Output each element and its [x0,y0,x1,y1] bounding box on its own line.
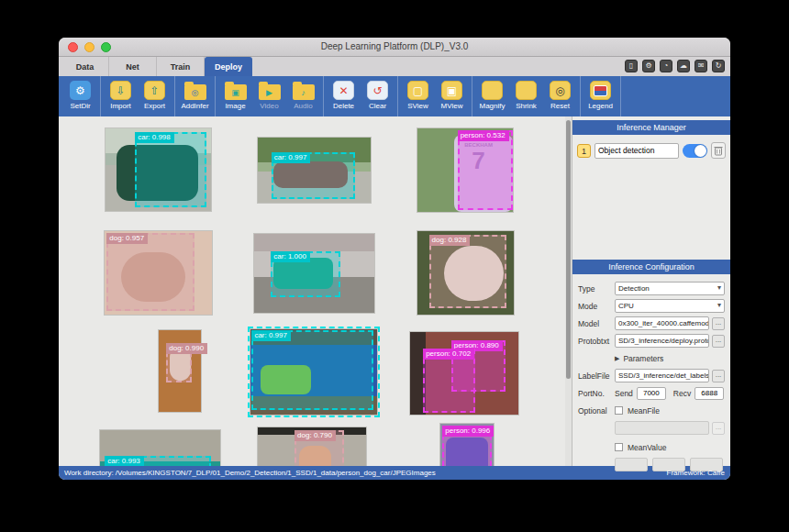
toolbar-label: Import [110,102,131,110]
tab-data[interactable]: Data [61,57,109,76]
meanvalue-row: MeanValue [615,440,725,454]
browse-model-button[interactable]: ... [712,317,725,330]
gallery-cell[interactable]: person: 0.996 [439,423,495,466]
tab-train[interactable]: Train [157,57,205,76]
toolbar-mview-button[interactable]: ▣MView [435,76,469,116]
toolbar-group: ⚙SetDir [61,76,101,116]
toolbar-reset-button[interactable]: ◎Reset [543,76,577,116]
gallery-cell[interactable]: car: 0.997 [250,328,378,416]
toolbar-image-button[interactable]: ▣Image [218,76,252,116]
gallery-cell[interactable]: car: 1.000 [253,233,375,314]
toolbar-export-button[interactable]: ⇧Export [138,76,172,116]
model-value: 0x300_iter_40000.caffemodel [618,319,709,327]
gallery-cell[interactable]: dog: 0.990 [158,329,202,413]
detection-label: person: 0.702 [423,349,474,360]
gallery-cell[interactable]: car: 0.997 [257,137,372,204]
detection-box: car: 0.997 [251,330,372,410]
meanfile-label: MeanFile [628,406,660,416]
model-label: Model [578,319,615,328]
delete-inference-button[interactable] [711,142,726,159]
toolbar-sview-button[interactable]: ▢SView [401,76,435,116]
inference-name-input[interactable] [595,143,679,159]
mode-select[interactable]: CPU ▾ [615,299,725,313]
gallery-cell[interactable]: dog: 0.928 [417,230,515,316]
toolbar-label: Clear [369,102,386,110]
app-window: Deep Learning Platform (DLP)_V3.0 DataNe… [59,38,730,480]
browse-protobtxt-button[interactable]: ... [712,335,725,348]
compass-icon[interactable]: ◔ [660,60,672,72]
titlebar-icon-strip: ▯⚙◔☁✉↻ [625,60,725,72]
toolbar-setdir-button[interactable]: ⚙SetDir [63,76,97,116]
recv-port-input[interactable] [695,387,724,400]
toolbar-label: MView [441,102,463,110]
toolbar-label: AddInfer [181,102,208,110]
model-input[interactable]: 0x300_iter_40000.caffemodel [615,316,709,330]
toolbar-label: Legend [588,102,613,110]
send-port-input[interactable] [637,387,666,400]
reset-icon: ◎ [550,81,571,100]
toolbar-label: Image [225,102,245,110]
detection-box: car: 0.998 [135,132,206,208]
screen: Deep Learning Platform (DLP)_V3.0 DataNe… [0,0,789,532]
toolbar-label: Audio [294,102,312,110]
mview-icon: ▣ [441,81,462,100]
detection-box: dog: 0.790 [294,430,344,466]
gallery-cell[interactable]: dog: 0.790 [257,427,367,466]
parameters-expander[interactable]: ▶ Parameters [615,354,663,363]
meanfile-path-input [615,421,709,435]
toolbar-addinfer-button[interactable]: ◎AddInfer [178,76,212,116]
gallery-cell[interactable]: dog: 0.957 [104,230,213,316]
model-row: Model 0x300_iter_40000.caffemodel ... [578,316,725,330]
type-select[interactable]: Detection ▾ [615,282,725,295]
image-icon: ▣ [225,84,247,100]
detection-box: car: 1.000 [271,251,340,297]
labelfile-input[interactable]: SSD/3_inference/det_labels.txt [615,369,709,382]
tab-strip: DataNetTrainDeploy [61,57,252,76]
audio-icon: ♪ [293,84,315,100]
gallery-cell[interactable]: BECKHAM7person: 0.532 [417,127,514,213]
toolbar-clear-button[interactable]: ↺Clear [361,76,394,116]
sync-icon[interactable]: ↻ [712,60,725,72]
detection-box: car: 0.997 [272,152,355,199]
tab-deploy[interactable]: Deploy [205,57,252,76]
toolbar-group: Legend [581,76,621,116]
toolbar-delete-button[interactable]: ✕Delete [327,76,361,116]
detection-label: car: 1.000 [271,251,310,262]
browse-meanfile-button: ... [712,422,725,435]
chevron-down-icon: ▾ [717,283,721,292]
labelfile-label: LabelFile [578,371,615,381]
meanfile-checkbox[interactable] [615,406,623,415]
protobtxt-input[interactable]: SD/3_inference/deploy.protobtxt [615,334,709,348]
toolbar-audio-button: ♪Audio [286,76,320,116]
device-icon[interactable]: ▯ [625,60,638,72]
settings-icon[interactable]: ⚙ [642,60,655,72]
scrollbar-thumb[interactable] [566,120,571,379]
toolbar-label: Reset [550,102,570,110]
toolbar-legend-button[interactable]: Legend [583,76,617,116]
toolbar-video-button: ▶Video [252,76,286,116]
toolbar-group: ◎AddInfer [175,76,216,116]
tab-net[interactable]: Net [109,57,157,76]
shrink-icon [516,81,537,100]
expand-arrow-icon: ▶ [615,355,619,362]
toolbar-magnify-button[interactable]: Magnify [475,76,509,116]
export-icon: ⇧ [144,81,165,100]
parameters-row: ▶ Parameters [578,351,725,365]
addinfer-icon: ◎ [184,84,206,100]
gallery-cell[interactable]: car: 0.993 [99,429,221,466]
mail-icon[interactable]: ✉ [695,60,707,72]
toolbar-shrink-button[interactable]: Shrink [509,76,543,116]
toolbar-import-button[interactable]: ⇩Import [104,76,138,116]
right-panel: Inference Manager 1 Inference Con [572,116,730,466]
detection-label: person: 0.532 [458,130,509,141]
vertical-scrollbar[interactable] [565,116,572,466]
sview-icon: ▢ [407,81,428,100]
chat-icon[interactable]: ☁ [677,60,690,72]
meanvalue-checkbox[interactable] [615,443,623,451]
framework-text: Framework: Caffe [667,469,725,477]
toolbar-label: Export [144,102,165,110]
gallery-cell[interactable]: car: 0.998 [105,127,212,212]
inference-enabled-toggle[interactable] [683,144,707,158]
gallery-cell[interactable]: person: 0.890person: 0.702 [409,331,519,416]
browse-labelfile-button[interactable]: ... [712,370,725,382]
